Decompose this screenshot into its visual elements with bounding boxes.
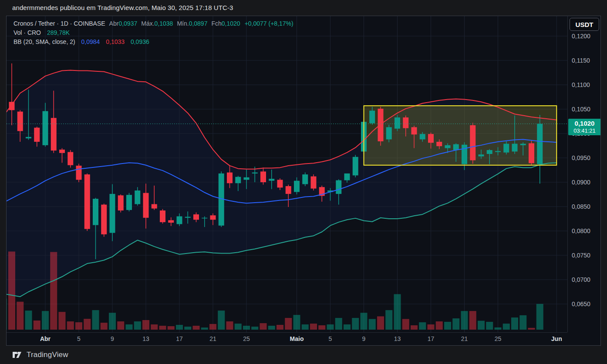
candle-body	[445, 145, 451, 148]
volume-bar	[478, 321, 485, 330]
candle-body	[353, 157, 358, 176]
ohlc-value: 0,0937	[118, 20, 137, 27]
price-tick-label: 0,0900	[572, 179, 590, 186]
volume-bar	[528, 328, 535, 330]
ohlc-label: Mín.	[177, 20, 189, 27]
volume-bar	[385, 310, 392, 330]
bb-upper-value: 0,1033	[106, 38, 125, 45]
volume-bar	[235, 324, 242, 330]
highlight-box-fill	[364, 106, 557, 165]
volume-bar	[218, 311, 225, 330]
volume-bar	[92, 310, 99, 330]
ohlc-value: 0,1020	[222, 20, 240, 27]
candle-body	[185, 217, 191, 218]
candle-body	[369, 110, 375, 123]
time-tick-day: 5	[64, 335, 94, 342]
time-axis[interactable]: Abr5913172125Maio5913172125Jun	[7, 332, 567, 346]
candle-body	[520, 144, 526, 145]
candlestick-chart[interactable]	[7, 16, 567, 332]
volume-bar	[142, 320, 149, 330]
volume-bar	[511, 317, 518, 330]
price-tick-label: 0,0950	[572, 154, 590, 161]
candle-body	[51, 118, 57, 150]
candle-body	[436, 142, 442, 146]
price-tick-label: 0,0850	[572, 203, 590, 210]
volume-bar	[193, 326, 200, 330]
volume-bar	[369, 319, 376, 330]
volume-bar	[444, 322, 451, 330]
time-tick-day: 5	[315, 335, 346, 342]
candle-body	[160, 210, 165, 222]
candle-body	[453, 144, 459, 150]
time-tick-day: 9	[349, 335, 379, 342]
candle-body	[193, 214, 199, 220]
volume-bar	[536, 304, 543, 330]
volume-bar	[486, 322, 493, 330]
volume-bar	[469, 311, 476, 330]
candle-body	[302, 174, 308, 184]
price-tick-label: 0,0800	[572, 227, 590, 234]
currency-toggle-button[interactable]: USDT	[570, 18, 599, 31]
volume-bar	[411, 325, 418, 330]
volume-label[interactable]: Vol · CRO	[13, 29, 41, 36]
volume-bar	[260, 323, 267, 330]
candle-body	[269, 179, 274, 180]
volume-bar	[126, 324, 133, 330]
ohlc-value: 0,1038	[155, 20, 173, 27]
price-tick-label: 0,1050	[572, 106, 590, 113]
volume-bar	[109, 313, 116, 330]
price-tick-label: 0,0750	[572, 252, 590, 259]
volume-bar	[201, 327, 208, 330]
volume-bar	[243, 326, 250, 330]
time-tick-day: 21	[449, 335, 480, 342]
volume-bar	[59, 312, 66, 330]
legend-row-symbol: Cronos / Tether · 1D · COINBASEAbr0,0937…	[13, 19, 293, 28]
candle-body	[43, 111, 48, 145]
tradingview-brand[interactable]: TradingView	[27, 351, 68, 359]
candle-body	[235, 177, 241, 184]
volume-bar	[50, 252, 57, 330]
volume-bar	[34, 321, 40, 330]
candle-body	[344, 174, 350, 180]
bb-indicator-label[interactable]: BB (20, SMA, close, 2)	[13, 38, 75, 45]
chart-legend: Cronos / Tether · 1D · COINBASEAbr0,0937…	[13, 19, 293, 47]
volume-bar	[361, 313, 368, 330]
candle-body	[26, 137, 31, 138]
candle-body	[93, 199, 98, 225]
volume-bar	[7, 299, 7, 330]
candle-body	[227, 173, 233, 184]
candle-body	[495, 151, 501, 152]
volume-bar	[352, 318, 359, 330]
volume-value: 289,78K	[47, 29, 70, 36]
candle-body	[59, 150, 65, 153]
legend-row-bb: BB (20, SMA, close, 2) 0,0984 0,1033 0,0…	[13, 37, 293, 47]
time-tick-day: 25	[483, 335, 513, 342]
candle-body	[101, 205, 107, 234]
candle-body	[252, 173, 258, 174]
candle-body	[126, 195, 132, 210]
candle-body	[487, 150, 492, 154]
volume-bar	[402, 319, 409, 330]
volume-bar	[428, 324, 435, 330]
tradingview-logo-icon[interactable]	[12, 351, 23, 359]
candle-body	[177, 216, 182, 224]
candle-body	[277, 180, 283, 187]
ohlc-label: Fch	[211, 20, 221, 27]
volume-bar	[503, 324, 510, 330]
candle-body	[529, 143, 534, 163]
candle-body	[244, 177, 250, 180]
volume-bar	[327, 324, 334, 330]
symbol-title[interactable]: Cronos / Tether · 1D · COINBASE	[13, 20, 105, 27]
volume-bar	[209, 324, 216, 330]
bb-basis-value: 0,0984	[81, 38, 100, 45]
time-tick-day: 9	[97, 335, 128, 342]
volume-bar	[394, 294, 401, 330]
candle-body	[152, 204, 157, 208]
volume-bar	[419, 322, 426, 330]
candle-body	[294, 181, 300, 192]
ohlc-label: Máx.	[141, 20, 154, 27]
time-tick-day: 13	[131, 335, 161, 342]
price-axis[interactable]: USDT 0,12000,11500,11000,10500,10000,095…	[567, 16, 601, 332]
candle-body	[403, 117, 408, 128]
volume-bar	[302, 324, 309, 330]
